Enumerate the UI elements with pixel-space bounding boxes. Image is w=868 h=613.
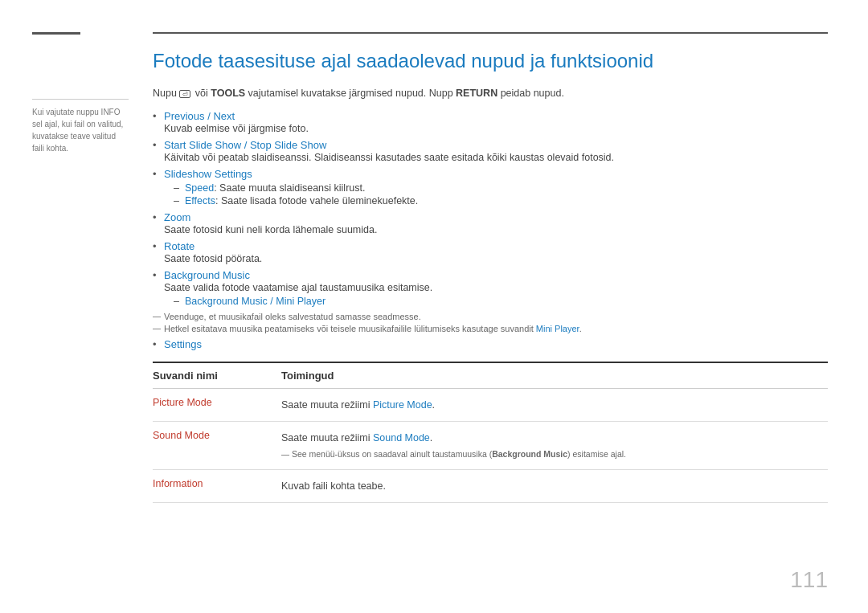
bullet-title-slideshow-settings: Slideshow Settings <box>164 168 252 180</box>
bullet-settings: Settings <box>153 338 828 350</box>
bullet-zoom: Zoom Saate fotosid kuni neli korda lähem… <box>153 211 828 235</box>
mini-player-note-link: Mini Player <box>536 324 579 333</box>
row-name-picture-mode: Picture Mode <box>153 397 281 408</box>
bullet-title-rotate: Rotate <box>164 240 194 252</box>
page-title: Fotode taasesituse ajal saadaolevad nupu… <box>153 48 828 73</box>
bullet-title-slideshow-toggle: Start Slide Show / Stop Slide Show <box>164 139 326 151</box>
bullet-list: Previous / Next Kuvab eelmise või järgmi… <box>153 110 828 307</box>
tools-keyword: TOOLS <box>211 88 245 99</box>
table-row-information: Information Kuvab faili kohta teabe. <box>153 470 828 503</box>
col-header-action: Toimingud <box>281 370 828 382</box>
row-desc-picture-mode: Saate muuta režiimi Picture Mode. <box>281 397 828 413</box>
bullet-previous-next: Previous / Next Kuvab eelmise või järgmi… <box>153 110 828 134</box>
settings-table: Suvandi nimi Toimingud Picture Mode Saat… <box>153 362 828 503</box>
last-bullet-list: Settings <box>153 338 828 350</box>
sound-mode-sub-note: — See menüü-üksus on saadaval ainult tau… <box>281 447 828 461</box>
return-keyword: RETURN <box>456 88 497 99</box>
speed-label: Speed <box>185 182 214 194</box>
main-content: Fotode taasesituse ajal saadaolevad nupu… <box>145 32 868 589</box>
background-music-sublist: Background Music / Mini Player <box>164 296 828 307</box>
row-name-sound-mode: Sound Mode <box>153 430 281 441</box>
bullet-desc-zoom: Saate fotosid kuni neli korda lähemale s… <box>164 224 828 235</box>
bullet-desc-previous-next: Kuvab eelmise või järgmise foto. <box>164 123 828 134</box>
bullet-title-zoom: Zoom <box>164 211 190 223</box>
sub-effects: Effects: Saate lisada fotode vahele ülem… <box>174 195 828 206</box>
bullet-slideshow-settings: Slideshow Settings Speed: Saate muuta sl… <box>153 168 828 206</box>
sidebar-top-line <box>32 32 80 35</box>
sub-background-music-mini-player: Background Music / Mini Player <box>174 296 828 307</box>
bullet-desc-background-music: Saate valida fotode vaatamise ajal taust… <box>164 282 828 293</box>
sidebar-note: Kui vajutate nuppu INFO sel ajal, kui fa… <box>32 99 129 154</box>
bullet-desc-rotate: Saate fotosid pöörata. <box>164 253 828 264</box>
bullet-title-background-music: Background Music <box>164 269 250 281</box>
top-divider <box>153 32 828 34</box>
page-number: 111 <box>790 567 828 593</box>
picture-mode-link: Picture Mode <box>373 399 432 411</box>
slideshow-settings-sublist: Speed: Saate muuta slaidiseansi kiilrust… <box>164 182 828 206</box>
row-desc-sound-mode: Saate muuta režiimi Sound Mode. — See me… <box>281 430 828 461</box>
table-header: Suvandi nimi Toimingud <box>153 363 828 389</box>
background-music-mini-player-label: Background Music / Mini Player <box>185 296 326 307</box>
left-sidebar: Kui vajutate nuppu INFO sel ajal, kui fa… <box>0 32 145 589</box>
row-desc-information: Kuvab faili kohta teabe. <box>281 478 828 494</box>
background-music-ref: Background Music <box>492 449 567 459</box>
effects-label: Effects <box>185 195 215 206</box>
row-name-information: Information <box>153 478 281 489</box>
bullet-title-settings: Settings <box>164 338 202 350</box>
page-container: Kui vajutate nuppu INFO sel ajal, kui fa… <box>0 0 868 613</box>
col-header-name: Suvandi nimi <box>153 370 281 382</box>
note-line-1: Veenduge, et muusikafail oleks salvestat… <box>153 312 828 321</box>
sound-mode-link: Sound Mode <box>373 432 430 443</box>
table-row-sound-mode: Sound Mode Saate muuta režiimi Sound Mod… <box>153 422 828 470</box>
bullet-desc-slideshow-toggle: Käivitab või peatab slaidiseanssi. Slaid… <box>164 152 828 163</box>
table-row-picture-mode: Picture Mode Saate muuta režiimi Picture… <box>153 389 828 422</box>
intro-text: Nupu ⏎ või TOOLS vajutamisel kuvatakse j… <box>153 88 828 99</box>
bullet-rotate: Rotate Saate fotosid pöörata. <box>153 240 828 264</box>
note-line-2: Hetkel esitatava muusika peatamiseks või… <box>153 324 828 333</box>
bullet-background-music: Background Music Saate valida fotode vaa… <box>153 269 828 307</box>
bullet-title-previous-next: Previous / Next <box>164 110 235 122</box>
bullet-slideshow-toggle: Start Slide Show / Stop Slide Show Käivi… <box>153 139 828 163</box>
sub-speed: Speed: Saate muuta slaidiseansi kiilrust… <box>174 182 828 194</box>
return-icon: ⏎ <box>179 90 190 98</box>
